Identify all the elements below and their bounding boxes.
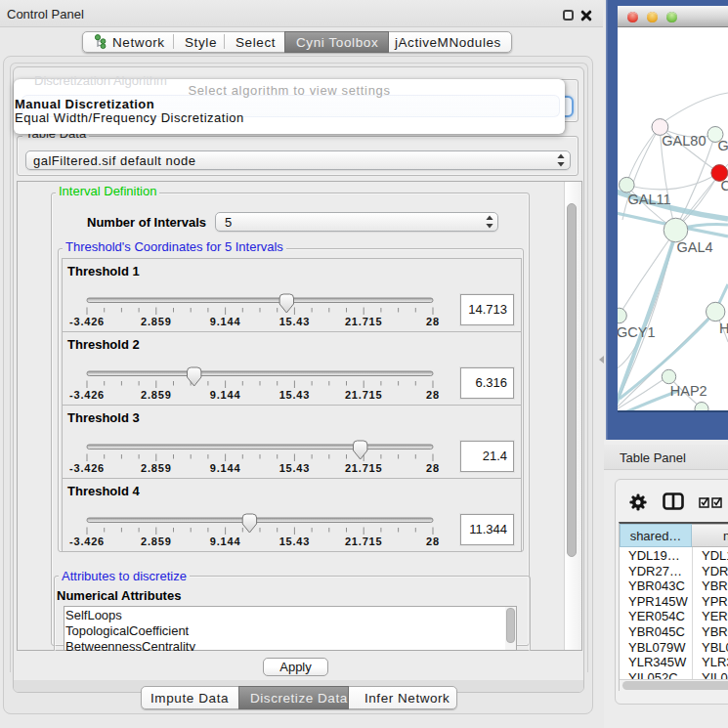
- svg-text:GA: GA: [718, 138, 728, 153]
- svg-text:GAL4: GAL4: [677, 239, 713, 255]
- svg-text:HAP2: HAP2: [670, 383, 707, 399]
- svg-text:C: C: [721, 178, 728, 193]
- svg-text:GAL80: GAL80: [662, 133, 706, 149]
- svg-text:GCY1: GCY1: [618, 324, 656, 340]
- svg-text:GAL11: GAL11: [628, 192, 671, 207]
- svg-text:H: H: [719, 321, 728, 336]
